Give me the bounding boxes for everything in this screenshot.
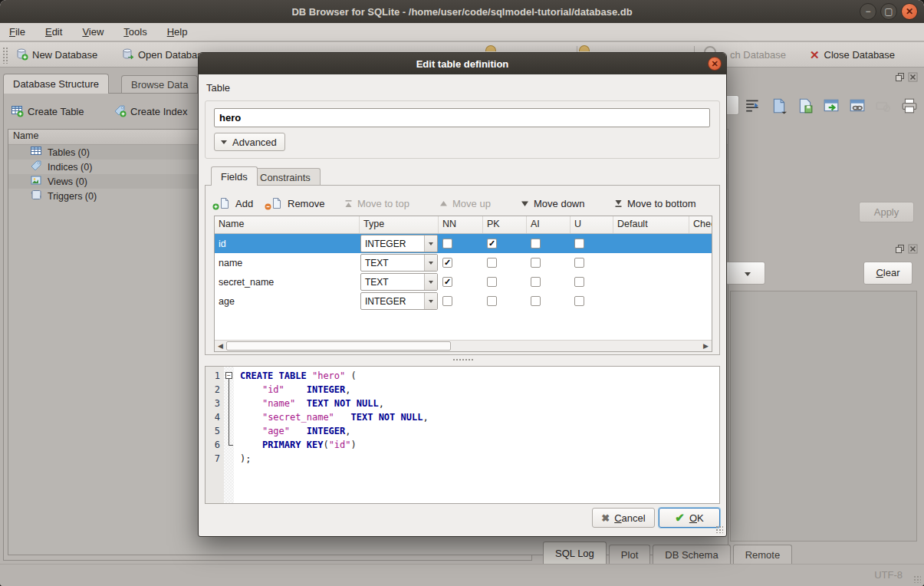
tab-db-schema[interactable]: DB Schema bbox=[653, 545, 730, 564]
create-table-icon bbox=[11, 104, 23, 119]
column-header-pk[interactable]: PK bbox=[483, 216, 527, 233]
advanced-button[interactable]: Advanced bbox=[214, 133, 285, 151]
pk-checkbox[interactable]: ✓ bbox=[487, 239, 497, 249]
tab-database-structure[interactable]: Database Structure bbox=[3, 74, 109, 94]
table-name-input[interactable] bbox=[214, 108, 710, 127]
scroll-right-arrow[interactable]: ▶ bbox=[700, 341, 712, 351]
dock-controls-bottom bbox=[895, 244, 918, 256]
ai-checkbox[interactable] bbox=[531, 258, 541, 268]
ok-button[interactable]: ✔ OK bbox=[659, 508, 720, 528]
trigger-icon bbox=[30, 189, 42, 203]
column-header-default[interactable]: Default bbox=[613, 216, 689, 233]
minimize-button[interactable]: − bbox=[860, 3, 876, 20]
menu-help[interactable]: Help bbox=[167, 26, 188, 38]
close-database-button[interactable]: ✕ Close Database bbox=[810, 44, 895, 65]
cancel-x-icon: ✖ bbox=[601, 512, 610, 524]
type-combo[interactable]: INTEGER bbox=[360, 292, 438, 310]
new-database-button[interactable]: New Database bbox=[15, 44, 97, 65]
bottom-dock-tabs: SQL LogPlotDB SchemaRemote bbox=[543, 542, 792, 564]
scroll-left-arrow[interactable]: ◀ bbox=[215, 341, 226, 351]
dialog-title: Edit table definition bbox=[416, 58, 509, 70]
sql-log-area[interactable] bbox=[730, 291, 917, 542]
column-header-ai[interactable]: AI bbox=[527, 216, 571, 233]
link-icon[interactable] bbox=[849, 97, 866, 114]
field-row-id[interactable]: idINTEGER✓ bbox=[215, 234, 712, 253]
menu-file[interactable]: File bbox=[9, 26, 25, 38]
ai-checkbox[interactable] bbox=[531, 296, 541, 306]
create-table-button[interactable]: Create Table bbox=[11, 102, 84, 121]
u-checkbox[interactable] bbox=[574, 239, 584, 249]
nn-checkbox[interactable] bbox=[442, 239, 452, 249]
cancel-button[interactable]: ✖ Cancel bbox=[592, 508, 655, 528]
close-database-icon: ✕ bbox=[810, 48, 820, 62]
nn-checkbox[interactable] bbox=[442, 296, 452, 306]
dock-float-icon[interactable] bbox=[895, 72, 905, 84]
ai-checkbox[interactable] bbox=[531, 277, 541, 287]
menu-edit[interactable]: Edit bbox=[45, 26, 62, 38]
column-header-type[interactable]: Type bbox=[360, 216, 439, 233]
window-controls: −▢✕ bbox=[860, 3, 918, 20]
pk-checkbox[interactable] bbox=[487, 277, 497, 287]
export-icon[interactable] bbox=[797, 97, 814, 114]
fold-marker[interactable]: − bbox=[225, 372, 232, 379]
window-title: DB Browser for SQLite - /home/user/code/… bbox=[291, 6, 632, 18]
import-icon[interactable] bbox=[771, 97, 788, 114]
add-button[interactable]: Add bbox=[219, 193, 253, 213]
open-database-icon bbox=[121, 48, 133, 62]
dialog-resize-grip[interactable] bbox=[715, 525, 723, 533]
move-to-bottom-button[interactable]: Move to bottom bbox=[614, 193, 696, 213]
dock-close-icon[interactable] bbox=[908, 72, 918, 84]
scrollbar-thumb[interactable] bbox=[226, 341, 451, 351]
create-index-button[interactable]: Create Index bbox=[113, 102, 187, 121]
ai-checkbox[interactable] bbox=[531, 239, 541, 249]
print-icon[interactable] bbox=[901, 97, 918, 114]
type-combo[interactable]: TEXT bbox=[360, 254, 438, 272]
sql-preview-editor[interactable]: 1234567 − CREATE TABLE "hero" ( "id" INT… bbox=[205, 366, 720, 504]
resize-grip[interactable] bbox=[913, 575, 921, 583]
tab-plot[interactable]: Plot bbox=[609, 545, 650, 564]
field-row-age[interactable]: ageINTEGER bbox=[215, 291, 712, 311]
field-name[interactable]: age bbox=[215, 296, 360, 307]
field-name[interactable]: id bbox=[215, 239, 360, 249]
column-header-nn[interactable]: NN bbox=[439, 216, 483, 233]
maximize-button[interactable]: ▢ bbox=[880, 3, 897, 20]
dock-float-icon[interactable] bbox=[895, 244, 905, 256]
field-row-secret-name[interactable]: secret_nameTEXT✓ bbox=[215, 272, 712, 291]
u-checkbox[interactable] bbox=[574, 277, 584, 287]
field-name[interactable]: name bbox=[215, 258, 360, 268]
tab-browse-data[interactable]: Browse Data bbox=[121, 75, 198, 94]
move-down-button[interactable]: Move down bbox=[521, 193, 584, 213]
nn-checkbox[interactable]: ✓ bbox=[442, 277, 452, 287]
field-name[interactable]: secret_name bbox=[215, 277, 360, 288]
u-checkbox[interactable] bbox=[574, 296, 584, 306]
nn-checkbox[interactable]: ✓ bbox=[442, 258, 452, 268]
horizontal-scrollbar[interactable]: ◀ ▶ bbox=[215, 340, 712, 351]
clear-button[interactable]: Clear bbox=[863, 262, 912, 285]
column-header-u[interactable]: U bbox=[571, 216, 613, 233]
remove-button[interactable]: Remove bbox=[271, 193, 324, 213]
tab-constraints[interactable]: Constraints bbox=[250, 168, 321, 186]
apply-go-icon[interactable] bbox=[823, 97, 840, 114]
index-icon bbox=[30, 160, 42, 174]
close-button[interactable]: ✕ bbox=[901, 3, 918, 20]
field-row-name[interactable]: nameTEXT✓ bbox=[215, 253, 712, 272]
pk-checkbox[interactable] bbox=[487, 296, 497, 306]
column-header-name[interactable]: Name bbox=[215, 216, 360, 233]
splitter-handle[interactable] bbox=[452, 358, 474, 362]
menu-tools[interactable]: Tools bbox=[123, 26, 146, 38]
toolbar-grip bbox=[2, 47, 8, 64]
insert-text-icon[interactable] bbox=[745, 97, 761, 114]
type-combo[interactable]: INTEGER bbox=[360, 235, 438, 252]
dock-close-icon[interactable] bbox=[908, 244, 918, 256]
dialog-close-button[interactable]: ✕ bbox=[708, 57, 722, 71]
pk-checkbox[interactable] bbox=[487, 258, 497, 268]
tab-sql-log[interactable]: SQL Log bbox=[543, 542, 607, 564]
u-checkbox[interactable] bbox=[574, 258, 584, 268]
move-to-top-button: Move to top bbox=[344, 193, 409, 213]
tab-fields[interactable]: Fields bbox=[211, 166, 258, 186]
type-combo[interactable]: TEXT bbox=[360, 273, 438, 291]
menu-view[interactable]: View bbox=[82, 26, 104, 38]
set-null-icon[interactable] bbox=[875, 97, 892, 114]
tab-remote[interactable]: Remote bbox=[733, 545, 793, 564]
column-header-check[interactable]: Check bbox=[689, 216, 712, 233]
